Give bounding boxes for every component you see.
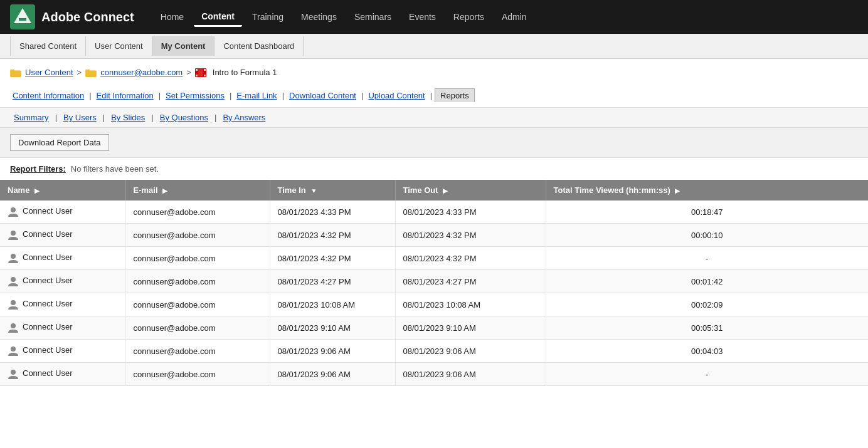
top-navigation: Adobe Connect Home Content Training Meet… <box>0 0 868 34</box>
breadcrumb-user-content[interactable]: User Content <box>25 68 73 77</box>
breadcrumb: User Content > connuser@adobe.com > Intr… <box>0 59 868 86</box>
folder-icon-2 <box>85 68 97 77</box>
col-header-name[interactable]: Name ▶ <box>0 180 125 201</box>
table-row: Connect Userconnuser@adobe.com08/01/2023… <box>0 247 868 270</box>
nav-home[interactable]: Home <box>153 8 191 26</box>
film-icon <box>195 68 206 77</box>
subnav-my-content[interactable]: My Content <box>152 36 215 56</box>
report-tab-summary[interactable]: Summary <box>10 112 53 123</box>
svg-point-15 <box>11 207 16 212</box>
logo-area: Adobe Connect <box>10 4 134 29</box>
cell-total-time: 00:04:03 <box>546 340 868 363</box>
user-icon <box>8 322 19 333</box>
cell-time-in: 08/01/2023 9:06 AM <box>270 363 395 386</box>
cell-time-in: 08/01/2023 9:06 AM <box>270 340 395 363</box>
cell-total-time: - <box>546 363 868 386</box>
svg-point-16 <box>11 231 16 236</box>
cell-name: Connect User <box>0 270 125 293</box>
action-edit-info[interactable]: Edit Information <box>94 90 156 102</box>
report-tabs: Summary | By Users | By Slides | By Ques… <box>0 108 868 128</box>
col-header-timein[interactable]: Time In ▼ <box>270 180 395 201</box>
table-row: Connect Userconnuser@adobe.com08/01/2023… <box>0 293 868 316</box>
sort-icon-name: ▶ <box>34 187 40 194</box>
svg-rect-8 <box>85 70 97 77</box>
cell-time-in: 08/01/2023 4:32 PM <box>270 247 395 270</box>
content-actions: Content Information | Edit Information |… <box>0 86 868 108</box>
report-tab-by-questions[interactable]: By Questions <box>156 112 212 123</box>
action-content-info[interactable]: Content Information <box>10 90 87 102</box>
cell-email: connuser@adobe.com <box>125 270 270 293</box>
report-tab-by-answers[interactable]: By Answers <box>219 112 269 123</box>
col-header-email[interactable]: E-mail ▶ <box>125 180 270 201</box>
download-area: Download Report Data <box>0 128 868 158</box>
cell-total-time: 00:05:31 <box>546 316 868 340</box>
svg-rect-11 <box>204 69 206 71</box>
breadcrumb-connuser[interactable]: connuser@adobe.com <box>100 68 183 77</box>
table-row: Connect Userconnuser@adobe.com08/01/2023… <box>0 270 868 293</box>
report-tab-by-slides[interactable]: By Slides <box>107 112 149 123</box>
user-icon <box>8 206 19 217</box>
svg-rect-12 <box>196 75 198 76</box>
action-upload-content[interactable]: Upload Content <box>366 90 427 102</box>
svg-point-21 <box>11 346 16 352</box>
table-header-row: Name ▶ E-mail ▶ Time In ▼ Time Out ▶ Tot… <box>0 180 868 201</box>
report-tab-by-users[interactable]: By Users <box>60 112 100 123</box>
nav-content[interactable]: Content <box>194 8 242 27</box>
table-row: Connect Userconnuser@adobe.com08/01/2023… <box>0 201 868 224</box>
nav-training[interactable]: Training <box>245 8 291 26</box>
cell-email: connuser@adobe.com <box>125 363 270 386</box>
cell-name: Connect User <box>0 293 125 316</box>
cell-time-out: 08/01/2023 9:06 AM <box>395 340 546 363</box>
breadcrumb-content-title: Intro to Formula 1 <box>213 68 277 77</box>
cell-email: connuser@adobe.com <box>125 316 270 340</box>
action-email-link[interactable]: E-mail Link <box>234 90 279 102</box>
user-icon <box>8 299 19 310</box>
subnav-content-dashboard[interactable]: Content Dashboard <box>214 36 304 56</box>
cell-name: Connect User <box>0 316 125 340</box>
table-row: Connect Userconnuser@adobe.com08/01/2023… <box>0 316 868 340</box>
cell-email: connuser@adobe.com <box>125 340 270 363</box>
user-icon <box>8 253 19 264</box>
table-row: Connect Userconnuser@adobe.com08/01/2023… <box>0 340 868 363</box>
nav-meetings[interactable]: Meetings <box>294 8 344 26</box>
cell-time-out: 08/01/2023 4:27 PM <box>395 270 546 293</box>
download-report-button[interactable]: Download Report Data <box>10 134 109 151</box>
table-row: Connect Userconnuser@adobe.com08/01/2023… <box>0 363 868 386</box>
svg-rect-10 <box>196 69 198 71</box>
cell-email: connuser@adobe.com <box>125 201 270 224</box>
folder-icon-1 <box>10 68 21 77</box>
main-nav: Home Content Training Meetings Seminars … <box>153 8 534 27</box>
svg-rect-5 <box>10 70 21 77</box>
action-download-content[interactable]: Download Content <box>287 90 359 102</box>
nav-events[interactable]: Events <box>401 8 443 26</box>
subnav-user-content[interactable]: User Content <box>86 36 152 56</box>
cell-name: Connect User <box>0 224 125 247</box>
action-set-permissions[interactable]: Set Permissions <box>163 90 227 102</box>
nav-reports[interactable]: Reports <box>446 8 492 26</box>
cell-total-time: 00:00:10 <box>546 224 868 247</box>
action-reports-active: Reports <box>435 88 475 102</box>
nav-seminars[interactable]: Seminars <box>347 8 399 26</box>
cell-name: Connect User <box>0 340 125 363</box>
table-row: Connect Userconnuser@adobe.com08/01/2023… <box>0 224 868 247</box>
cell-time-out: 08/01/2023 9:06 AM <box>395 363 546 386</box>
report-filters-value: No filters have been set. <box>71 164 159 174</box>
cell-total-time: 00:01:42 <box>546 270 868 293</box>
breadcrumb-sep-1: > <box>77 68 82 77</box>
breadcrumb-sep-2: > <box>186 68 191 77</box>
col-header-timeout[interactable]: Time Out ▶ <box>395 180 546 201</box>
sub-navigation: Shared Content User Content My Content C… <box>0 34 868 59</box>
svg-point-22 <box>11 370 16 375</box>
svg-rect-13 <box>204 75 206 76</box>
subnav-shared-content[interactable]: Shared Content <box>10 36 86 56</box>
svg-rect-14 <box>198 69 203 76</box>
col-header-total[interactable]: Total Time Viewed (hh:mm:ss) ▶ <box>546 180 868 201</box>
nav-admin[interactable]: Admin <box>494 8 534 26</box>
sort-icon-timeout: ▶ <box>443 187 448 194</box>
cell-email: connuser@adobe.com <box>125 247 270 270</box>
user-icon <box>8 368 19 380</box>
cell-email: connuser@adobe.com <box>125 224 270 247</box>
cell-total-time: 00:18:47 <box>546 201 868 224</box>
cell-total-time: 00:02:09 <box>546 293 868 316</box>
report-filters: Report Filters: No filters have been set… <box>0 158 868 180</box>
